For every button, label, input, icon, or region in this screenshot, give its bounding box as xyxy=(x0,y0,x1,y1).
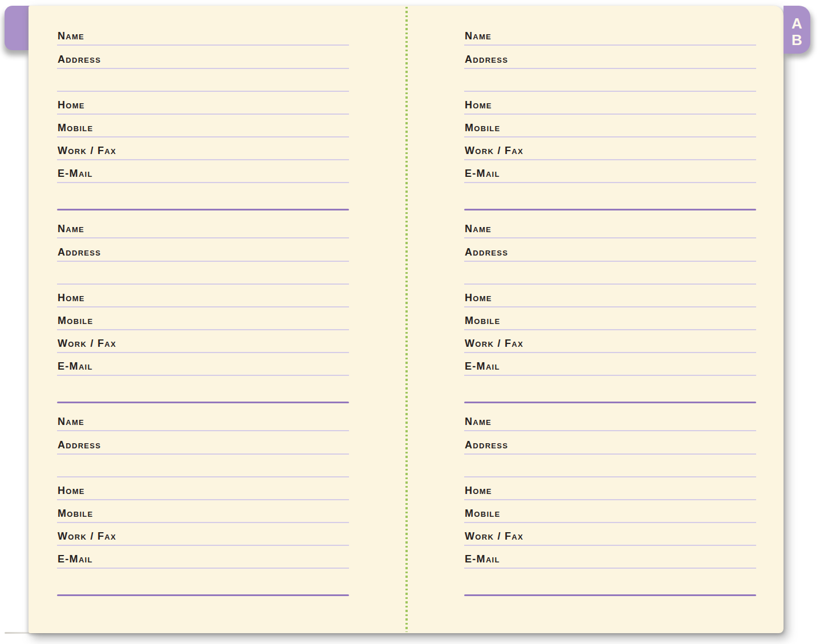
name-field: Name xyxy=(57,210,349,238)
email-label: E-Mail xyxy=(58,168,93,180)
email-field: E-Mail xyxy=(57,160,349,183)
mobile-label: Mobile xyxy=(58,122,94,134)
work-fax-label: Work / Fax xyxy=(58,530,116,542)
page-fold-dotted-line xyxy=(405,7,408,632)
address-field: Address xyxy=(464,431,756,455)
address-label: Address xyxy=(58,54,101,66)
address-extra-line xyxy=(464,262,756,285)
address-entry: Name Address Home Mobile Work / Fax E-Ma… xyxy=(464,403,756,596)
address-label: Address xyxy=(465,246,508,258)
address-extra-line xyxy=(464,69,756,92)
index-tab-ab[interactable]: A B xyxy=(784,6,810,54)
address-field: Address xyxy=(464,46,756,69)
home-field: Home xyxy=(464,92,756,115)
email-field: E-Mail xyxy=(464,353,756,376)
mobile-label: Mobile xyxy=(465,508,501,520)
address-entry: Name Address Home Mobile Work / Fax E-Ma… xyxy=(57,6,349,210)
address-entry: Name Address Home Mobile Work / Fax E-Ma… xyxy=(57,403,349,596)
mobile-label: Mobile xyxy=(465,315,501,327)
address-label: Address xyxy=(58,246,101,258)
email-field: E-Mail xyxy=(57,353,349,376)
email-label: E-Mail xyxy=(465,361,500,372)
email-label: E-Mail xyxy=(58,553,93,565)
mobile-label: Mobile xyxy=(58,508,94,520)
name-label: Name xyxy=(58,223,84,235)
home-field: Home xyxy=(57,285,349,307)
address-label: Address xyxy=(465,54,508,66)
tab-letter-b: B xyxy=(784,32,810,48)
home-label: Home xyxy=(465,292,492,304)
work-fax-field: Work / Fax xyxy=(464,330,756,353)
address-extra-line xyxy=(57,69,349,92)
name-label: Name xyxy=(465,416,492,428)
entry-divider xyxy=(57,594,349,596)
work-fax-label: Work / Fax xyxy=(58,145,116,157)
mobile-label: Mobile xyxy=(58,315,94,327)
email-label: E-Mail xyxy=(58,361,93,372)
address-extra-line xyxy=(464,455,756,477)
home-field: Home xyxy=(57,477,349,500)
work-fax-field: Work / Fax xyxy=(57,137,349,160)
name-field: Name xyxy=(464,6,756,46)
address-field: Address xyxy=(464,238,756,262)
work-fax-field: Work / Fax xyxy=(464,137,756,160)
email-label: E-Mail xyxy=(465,168,500,180)
address-label: Address xyxy=(58,439,101,451)
right-page-column: Name Address Home Mobile Work / Fax E-Ma… xyxy=(464,6,756,596)
email-label: E-Mail xyxy=(465,553,500,565)
left-section-tab[interactable] xyxy=(5,6,31,50)
work-fax-field: Work / Fax xyxy=(57,523,349,546)
home-field: Home xyxy=(464,477,756,500)
home-label: Home xyxy=(465,99,492,111)
work-fax-label: Work / Fax xyxy=(58,338,116,350)
address-book-page: Name Address Home Mobile Work / Fax E-Ma… xyxy=(29,6,784,633)
name-field: Name xyxy=(57,403,349,431)
mobile-field: Mobile xyxy=(57,307,349,330)
home-label: Home xyxy=(465,485,492,497)
home-label: Home xyxy=(58,99,85,111)
name-field: Name xyxy=(464,210,756,238)
work-fax-label: Work / Fax xyxy=(465,145,523,157)
address-label: Address xyxy=(465,439,508,451)
name-label: Name xyxy=(465,223,492,235)
home-label: Home xyxy=(58,485,85,497)
address-field: Address xyxy=(57,46,349,69)
email-field: E-Mail xyxy=(464,160,756,183)
address-field: Address xyxy=(57,238,349,262)
address-entry: Name Address Home Mobile Work / Fax E-Ma… xyxy=(464,210,756,403)
address-entry: Name Address Home Mobile Work / Fax E-Ma… xyxy=(57,210,349,403)
work-fax-field: Work / Fax xyxy=(57,330,349,353)
mobile-field: Mobile xyxy=(57,500,349,523)
name-label: Name xyxy=(58,416,84,428)
name-label: Name xyxy=(465,30,492,42)
mobile-field: Mobile xyxy=(464,115,756,137)
name-field: Name xyxy=(464,403,756,431)
tab-letter-a: A xyxy=(784,15,810,32)
home-field: Home xyxy=(57,92,349,115)
address-extra-line xyxy=(57,262,349,285)
address-entry: Name Address Home Mobile Work / Fax E-Ma… xyxy=(464,6,756,210)
mobile-field: Mobile xyxy=(464,500,756,523)
mobile-label: Mobile xyxy=(465,122,501,134)
home-field: Home xyxy=(464,285,756,307)
name-field: Name xyxy=(57,6,349,46)
entry-divider xyxy=(464,594,756,596)
address-extra-line xyxy=(57,455,349,477)
left-page-column: Name Address Home Mobile Work / Fax E-Ma… xyxy=(57,6,349,596)
home-label: Home xyxy=(58,292,85,304)
work-fax-label: Work / Fax xyxy=(465,338,523,350)
mobile-field: Mobile xyxy=(464,307,756,330)
name-label: Name xyxy=(58,30,84,42)
email-field: E-Mail xyxy=(464,546,756,569)
work-fax-field: Work / Fax xyxy=(464,523,756,546)
work-fax-label: Work / Fax xyxy=(465,530,523,542)
mobile-field: Mobile xyxy=(57,115,349,137)
address-book-spread: Name Address Home Mobile Work / Fax E-Ma… xyxy=(0,0,824,644)
email-field: E-Mail xyxy=(57,546,349,569)
address-field: Address xyxy=(57,431,349,455)
